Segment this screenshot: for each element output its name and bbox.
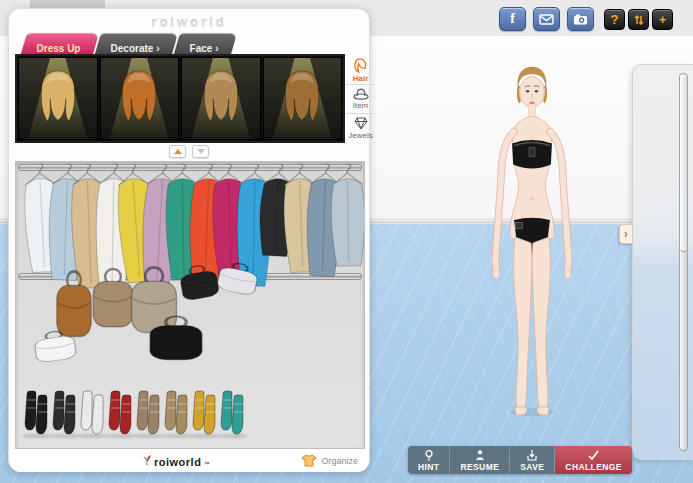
hair-wig-graphic	[110, 64, 168, 130]
drawer-arrow-icon: ›	[624, 227, 628, 241]
resume-icon	[474, 449, 486, 461]
camera-button[interactable]	[567, 7, 594, 31]
brand-leaf-icon	[142, 454, 152, 466]
social-button-row: f	[499, 7, 594, 31]
help-button[interactable]: ?	[604, 9, 625, 30]
help-icon: ?	[611, 12, 619, 27]
shoes-black-studded-sandals[interactable]	[24, 388, 50, 438]
brand-logo: roiworld ™	[142, 454, 209, 468]
category-item[interactable]: Item	[346, 85, 375, 114]
category-jewels[interactable]: Jewels	[346, 114, 375, 143]
hair-thumb-side-swept-ginger[interactable]	[100, 57, 180, 140]
add-button[interactable]: +	[652, 9, 673, 30]
doll-avatar[interactable]	[452, 62, 612, 420]
panel-logo: roiworld	[9, 15, 369, 30]
utility-button-row: ?+	[604, 9, 673, 30]
organize-button[interactable]: Organize	[301, 454, 358, 467]
shirt-icon	[301, 454, 317, 467]
challenge-button[interactable]: CHALLENGE	[555, 446, 632, 474]
side-drawer-panel	[632, 64, 693, 460]
hair-wig-graphic	[192, 64, 250, 130]
email-button[interactable]	[533, 7, 560, 31]
panel-footer: roiworld ™ Organize	[10, 449, 368, 472]
check-icon	[587, 449, 600, 461]
dressup-panel: roiworld Dress Up Decorate › Face › Hair…	[8, 8, 370, 472]
hair-icon	[353, 58, 368, 73]
drawer-scrollbar[interactable]	[679, 73, 688, 451]
gem-icon	[354, 117, 368, 130]
swap-arrows-icon	[633, 14, 645, 26]
add-icon: +	[659, 12, 667, 27]
chevron-down-icon	[197, 149, 205, 154]
shoes-white-sneaker-heels[interactable]	[80, 388, 106, 438]
shoes-red-studded-sandals[interactable]	[108, 388, 134, 438]
shoes-black-sandals[interactable]	[52, 388, 78, 438]
hat-icon	[353, 88, 369, 100]
hint-button[interactable]: HINT	[408, 446, 450, 474]
hair-thumb-wavy-ash-brown[interactable]	[181, 57, 261, 140]
shoes-tan-gladiator-sandals[interactable]	[164, 388, 190, 438]
bag-black-camera-bag[interactable]	[146, 314, 206, 362]
save-icon	[526, 449, 538, 461]
facebook-icon: f	[510, 11, 515, 27]
scrollbar-thumb[interactable]	[680, 74, 687, 252]
hair-wig-graphic	[273, 64, 331, 130]
hair-wig-graphic	[29, 64, 87, 130]
hint-icon	[423, 449, 435, 461]
action-bar: HINT RESUME SAVE CHALLENGE	[408, 446, 632, 474]
drawer-toggle-tab[interactable]: ›	[619, 224, 633, 244]
save-button[interactable]: SAVE	[510, 446, 555, 474]
hair-thumbnail-strip	[15, 54, 345, 143]
shoes-teal-starfish-sandals[interactable]	[220, 388, 246, 438]
email-icon	[539, 14, 554, 25]
wardrobe-area	[15, 161, 365, 449]
category-column: Hair Item Jewels	[346, 56, 375, 143]
facebook-button[interactable]: f	[499, 7, 526, 31]
shoes-taupe-boots[interactable]	[136, 388, 162, 438]
clothing-item-striped-top[interactable]	[327, 163, 365, 270]
pager-down-button[interactable]	[192, 145, 209, 158]
shoes-gold-strappy-heels[interactable]	[192, 388, 218, 438]
resume-button[interactable]: RESUME	[450, 446, 510, 474]
hair-thumb-long-straight-blonde[interactable]	[18, 57, 98, 140]
camera-icon	[573, 14, 588, 25]
chevron-up-icon	[174, 149, 182, 154]
category-hair[interactable]: Hair	[346, 56, 375, 85]
thumbnail-pager	[9, 145, 369, 158]
bag-white-quilted-purse[interactable]	[30, 327, 80, 365]
pager-up-button[interactable]	[169, 145, 186, 158]
hair-thumb-curly-golden-brown[interactable]	[263, 57, 343, 140]
swap-arrows-button[interactable]	[628, 9, 649, 30]
